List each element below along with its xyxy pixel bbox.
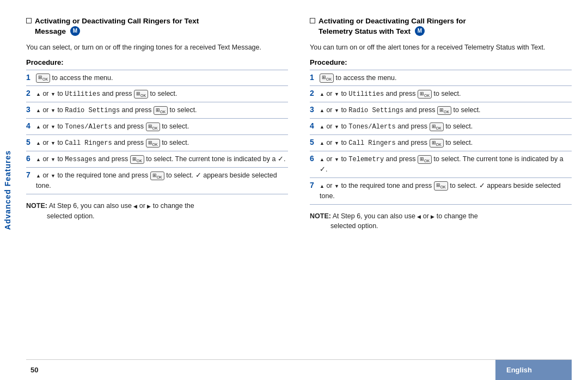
right-step-3: 3 or to Radio Settings and press ⊞OK to …	[310, 102, 572, 119]
note-indent: selected option.	[26, 212, 95, 220]
arrow-up-icon	[36, 155, 41, 163]
left-step-6: 6 or to Messages and press ⊞OK to select…	[26, 151, 288, 168]
right-note: NOTE: At Step 6, you can also use or to …	[310, 211, 572, 232]
arrow-down-icon	[334, 182, 339, 189]
arrow-up-icon	[320, 106, 324, 114]
left-step-2: 2 or to Utilities and press ⊞OK to selec…	[26, 86, 288, 102]
ok-button-icon: ⊞OK	[437, 106, 451, 115]
right-step-1: 1 ⊞OK to access the menu.	[310, 70, 572, 86]
arrow-down-icon	[334, 139, 339, 146]
step-content: or to Call Ringers and press ⊞OK to sele…	[36, 135, 288, 151]
step-content: or to Tones/Alerts and press ⊞OK to sele…	[36, 119, 288, 135]
left-step-3: 3 or to Radio Settings and press ⊞OK to …	[26, 102, 288, 119]
page-container: Advanced Features Activating or Deactiva…	[0, 0, 588, 380]
arrow-right-icon	[431, 212, 434, 220]
step-content: or to Radio Settings and press ⊞OK to se…	[36, 102, 288, 119]
step-num: 7	[310, 178, 320, 205]
step-content: or to Utilities and press ⊞OK to select.	[36, 86, 288, 102]
sidebar: Advanced Features	[0, 0, 15, 380]
arrow-left-icon	[133, 202, 137, 210]
ok-button-icon: ⊞OK	[130, 155, 144, 164]
step-content: or to the required tone and press ⊞OK to…	[36, 168, 288, 194]
left-section-title: Activating or Deactivating Call Ringers …	[35, 16, 199, 37]
step-content: or to Telemetry and press ⊞OK to select.…	[320, 151, 572, 178]
step-num: 2	[310, 86, 320, 102]
step-content: ⊞OK to access the menu.	[36, 70, 288, 86]
ok-button-icon: ⊞OK	[154, 106, 168, 115]
step-content: ⊞OK to access the menu.	[320, 70, 572, 86]
motorola-icon-right	[415, 26, 425, 36]
arrow-up-icon	[320, 155, 324, 163]
step-num: 7	[26, 168, 36, 194]
right-procedure-label: Procedure:	[310, 58, 572, 66]
left-section-header: Activating or Deactivating Call Ringers …	[26, 16, 288, 37]
arrow-up-icon	[320, 139, 324, 146]
right-step-6: 6 or to Telemetry and press ⊞OK to selec…	[310, 151, 572, 178]
ok-button-icon: ⊞OK	[146, 122, 160, 132]
step-num: 6	[310, 151, 320, 178]
right-step-5: 5 or to Call Ringers and press ⊞OK to se…	[310, 135, 572, 151]
arrow-left-icon	[417, 212, 421, 220]
right-step-7: 7 or to the required tone and press ⊞OK …	[310, 178, 572, 205]
step-num: 3	[26, 102, 36, 119]
ok-button-icon: ⊞OK	[430, 122, 444, 132]
motorola-icon-left	[70, 26, 80, 36]
left-step-5: 5 or to Call Ringers and press ⊞OK to se…	[26, 135, 288, 151]
left-section-icon	[26, 18, 32, 23]
ok-button-icon: ⊞OK	[418, 155, 432, 164]
left-procedure-label: Procedure:	[26, 58, 288, 66]
step-content: or to Messages and press ⊞OK to select. …	[36, 151, 288, 168]
left-column: Activating or Deactivating Call Ringers …	[26, 16, 288, 359]
step-num: 5	[310, 135, 320, 151]
arrow-down-icon	[51, 90, 56, 97]
arrow-down-icon	[334, 90, 339, 97]
arrow-right-icon	[147, 202, 151, 210]
step-num: 1	[26, 70, 36, 86]
step-content: or to Radio Settings and press ⊞OK to se…	[320, 102, 572, 119]
ok-button-icon: ⊞OK	[434, 181, 448, 191]
right-steps-table: 1 ⊞OK to access the menu. 2 or to Utilit…	[310, 70, 572, 205]
arrow-down-icon	[51, 139, 56, 146]
step-num: 4	[310, 119, 320, 135]
step-num: 2	[26, 86, 36, 102]
sidebar-label: Advanced Features	[3, 150, 12, 230]
arrow-up-icon	[320, 122, 324, 130]
left-step-4: 4 or to Tones/Alerts and press ⊞OK to se…	[26, 119, 288, 135]
right-step-4: 4 or to Tones/Alerts and press ⊞OK to se…	[310, 119, 572, 135]
step-num: 4	[26, 119, 36, 135]
ok-button-icon: ⊞OK	[320, 73, 334, 83]
main-content: Activating or Deactivating Call Ringers …	[15, 0, 588, 380]
ok-button-icon: ⊞OK	[134, 90, 148, 99]
note-label: NOTE:	[310, 212, 331, 220]
arrow-down-icon	[334, 106, 339, 114]
left-steps-table: 1 ⊞OK to access the menu. 2 or to Utilit…	[26, 70, 288, 194]
left-note: NOTE: At Step 6, you can also use or to …	[26, 201, 288, 222]
left-step-1: 1 ⊞OK to access the menu.	[26, 70, 288, 86]
note-label: NOTE:	[26, 202, 47, 210]
ok-button-icon: ⊞OK	[430, 139, 444, 148]
step-content: or to Tones/Alerts and press ⊞OK to sele…	[320, 119, 572, 135]
arrow-up-icon	[320, 182, 324, 189]
arrow-up-icon	[36, 90, 41, 97]
arrow-up-icon	[320, 90, 324, 97]
step-content: or to Call Ringers and press ⊞OK to sele…	[320, 135, 572, 151]
arrow-up-icon	[36, 106, 41, 114]
language-label: English	[506, 366, 532, 374]
right-section-header: Activating or Deactivating Call Ringers …	[310, 16, 572, 37]
right-step-2: 2 or to Utilities and press ⊞OK to selec…	[310, 86, 572, 102]
step-content: or to the required tone and press ⊞OK to…	[320, 178, 572, 205]
ok-button-icon: ⊞OK	[418, 90, 432, 99]
note-indent: selected option.	[310, 222, 378, 230]
bottom-bar: 50 English	[26, 359, 572, 380]
arrow-up-icon	[36, 171, 41, 179]
step-content: or to Utilities and press ⊞OK to select.	[320, 86, 572, 102]
right-section-title: Activating or Deactivating Call Ringers …	[318, 16, 466, 37]
page-number: 50	[26, 360, 495, 380]
language-tab[interactable]: English	[495, 360, 572, 380]
arrow-up-icon	[36, 139, 41, 146]
arrow-down-icon	[51, 122, 56, 130]
ok-button-icon: ⊞OK	[150, 171, 164, 181]
arrow-down-icon	[334, 122, 339, 130]
arrow-down-icon	[51, 106, 56, 114]
ok-button-icon: ⊞OK	[146, 139, 160, 148]
